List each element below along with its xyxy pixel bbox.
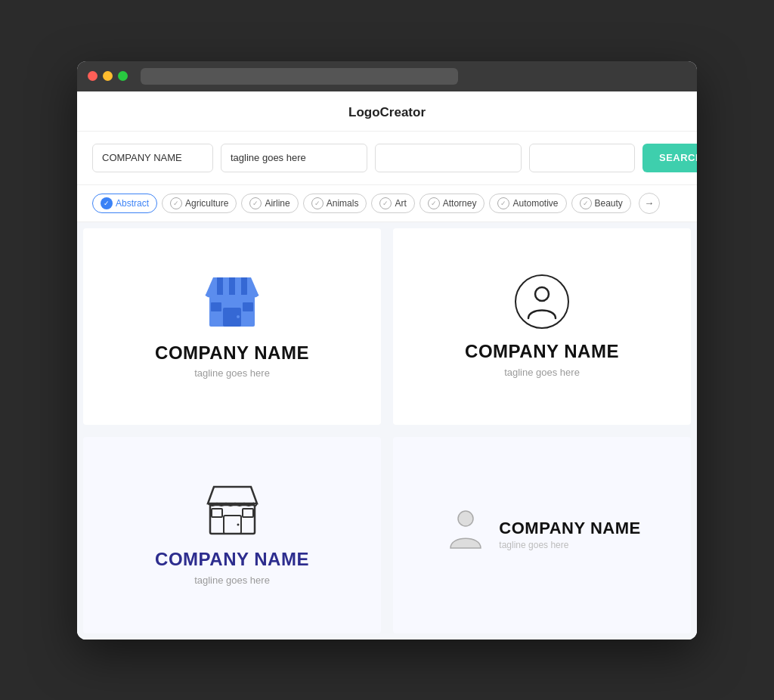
logo4-text-block: COMPANY NAME tagline goes here xyxy=(499,519,640,550)
extra-field-1[interactable] xyxy=(375,144,522,172)
svg-rect-0 xyxy=(217,277,223,295)
logo2-tagline: tagline goes here xyxy=(504,367,580,378)
category-agriculture[interactable]: ✓ Agriculture xyxy=(162,194,237,213)
svg-rect-11 xyxy=(212,509,222,517)
logo1-company-name: COMPANY NAME xyxy=(155,342,309,364)
url-bar[interactable] xyxy=(141,68,458,85)
category-art-label: Art xyxy=(395,198,406,209)
logo-card-2[interactable]: COMPANY NAME tagline goes here xyxy=(393,228,691,425)
check-icon-animals: ✓ xyxy=(311,197,324,209)
svg-rect-1 xyxy=(229,277,235,295)
logo4-tagline: tagline goes here xyxy=(499,540,640,550)
logo-card-3[interactable]: COMPANY NAME tagline goes here xyxy=(83,437,381,633)
logo-card-4[interactable]: COMPANY NAME tagline goes here xyxy=(393,437,691,633)
logo-card-1[interactable]: COMPANY NAME tagline goes here xyxy=(83,228,381,425)
svg-rect-12 xyxy=(243,509,253,517)
svg-point-8 xyxy=(535,287,549,301)
category-beauty-label: Beauty xyxy=(595,198,623,209)
category-next-arrow[interactable]: → xyxy=(639,193,660,214)
check-icon-abstract: ✓ xyxy=(101,197,113,209)
check-icon-automotive: ✓ xyxy=(497,197,509,209)
logo3-company-name: COMPANY NAME xyxy=(155,549,309,571)
category-beauty[interactable]: ✓ Beauty xyxy=(571,194,631,213)
logo-grid: COMPANY NAME tagline goes here COMPANY N… xyxy=(77,222,697,640)
svg-point-13 xyxy=(237,524,239,526)
maximize-button[interactable] xyxy=(118,71,128,81)
check-icon-beauty: ✓ xyxy=(580,197,592,209)
logo2-company-name: COMPANY NAME xyxy=(465,341,619,363)
titlebar xyxy=(77,61,697,91)
category-animals-label: Animals xyxy=(327,198,359,209)
logo1-tagline: tagline goes here xyxy=(194,367,270,379)
svg-rect-6 xyxy=(243,302,253,311)
search-bar: SEARCH xyxy=(77,132,697,185)
svg-rect-2 xyxy=(241,277,247,295)
tagline-input[interactable] xyxy=(221,144,367,172)
search-button[interactable]: SEARCH xyxy=(642,144,697,172)
logo4-horizontal-layout: COMPANY NAME tagline goes here xyxy=(443,506,640,564)
category-bar: ✓ Abstract ✓ Agriculture ✓ Airline ✓ Ani… xyxy=(77,185,697,222)
person-circle-icon xyxy=(515,274,569,329)
person-simple-icon xyxy=(443,506,488,552)
category-animals[interactable]: ✓ Animals xyxy=(303,194,367,213)
company-name-input[interactable] xyxy=(92,144,213,172)
outline-store-icon xyxy=(204,484,261,537)
close-button[interactable] xyxy=(88,71,98,81)
logo3-tagline: tagline goes here xyxy=(194,575,270,586)
svg-point-7 xyxy=(237,315,240,318)
minimize-button[interactable] xyxy=(103,71,113,81)
app-body: LogoCreator SEARCH ✓ Abstract ✓ Agricult… xyxy=(77,91,697,640)
check-icon-attorney: ✓ xyxy=(428,197,440,209)
check-icon-agriculture: ✓ xyxy=(170,197,182,209)
category-attorney[interactable]: ✓ Attorney xyxy=(420,194,485,213)
extra-field-2[interactable] xyxy=(529,144,635,172)
category-agriculture-label: Agriculture xyxy=(185,198,228,209)
category-art[interactable]: ✓ Art xyxy=(371,194,414,213)
category-abstract-label: Abstract xyxy=(116,198,149,209)
category-automotive[interactable]: ✓ Automotive xyxy=(489,194,566,213)
svg-point-14 xyxy=(458,511,473,526)
category-attorney-label: Attorney xyxy=(443,198,477,209)
category-airline[interactable]: ✓ Airline xyxy=(241,194,298,213)
colored-store-icon xyxy=(202,274,262,330)
app-header: LogoCreator xyxy=(77,91,697,132)
category-airline-label: Airline xyxy=(265,198,289,209)
app-window: LogoCreator SEARCH ✓ Abstract ✓ Agricult… xyxy=(77,61,697,640)
app-title: LogoCreator xyxy=(348,105,426,119)
check-icon-airline: ✓ xyxy=(249,197,262,209)
check-icon-art: ✓ xyxy=(379,197,392,209)
logo4-company-name: COMPANY NAME xyxy=(499,519,640,537)
svg-rect-5 xyxy=(211,302,221,311)
category-automotive-label: Automotive xyxy=(512,198,558,209)
category-abstract[interactable]: ✓ Abstract xyxy=(92,194,157,213)
